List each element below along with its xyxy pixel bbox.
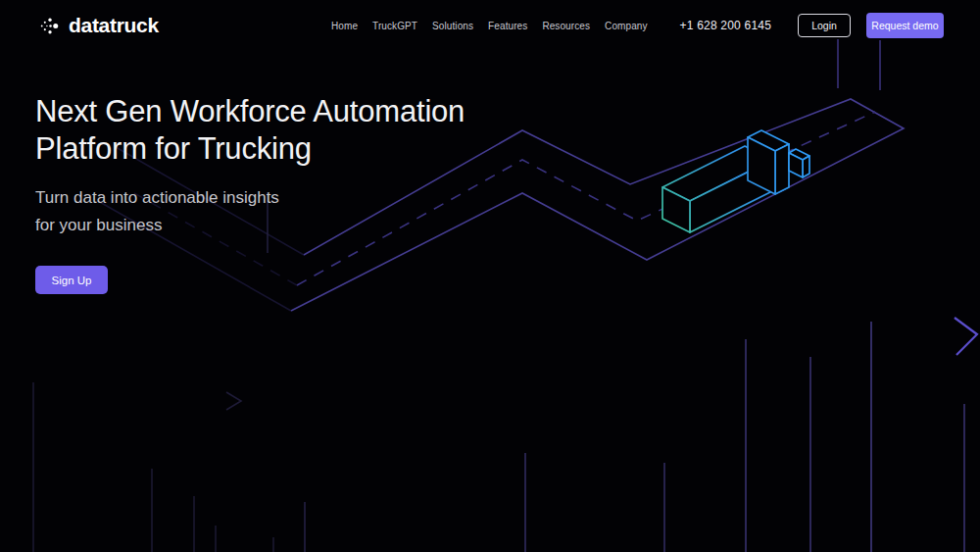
hero-title-line2: Platform for Trucking [35,131,312,166]
dot-burst-logo-icon [37,14,62,38]
nav-link-home[interactable]: Home [331,21,358,31]
top-navigation-bar: datatruck Home TruckGPT Solutions Featur… [0,0,980,51]
brand-logo[interactable]: datatruck [37,14,159,38]
nav-link-truckgpt[interactable]: TruckGPT [372,21,417,31]
chevron-left-faint-icon [226,392,241,410]
hero-section: Next Gen Workforce Automation Platform f… [35,93,545,294]
nav-link-solutions[interactable]: Solutions [432,21,473,31]
truck-wireframe-graphic [662,130,809,232]
brand-name: datatruck [69,14,159,37]
main-nav: Home TruckGPT Solutions Features Resourc… [331,21,648,31]
nav-link-company[interactable]: Company [605,21,648,31]
nav-link-resources[interactable]: Resources [542,21,590,31]
bottom-vertical-lines [33,322,964,552]
login-button[interactable]: Login [798,14,851,37]
hero-title: Next Gen Workforce Automation Platform f… [35,93,545,168]
hero-title-line1: Next Gen Workforce Automation [35,94,465,128]
phone-number-link[interactable]: +1 628 200 6145 [680,19,771,32]
hero-subtitle-line1: Turn data into actionable insights [35,188,279,207]
sign-up-button[interactable]: Sign Up [35,266,108,294]
chevron-right-icon [955,318,977,355]
request-demo-button[interactable]: Request demo [866,13,944,38]
hero-subtitle-line2: for your business [35,216,162,234]
hero-subtitle: Turn data into actionable insights for y… [35,184,545,239]
nav-link-features[interactable]: Features [488,21,527,31]
